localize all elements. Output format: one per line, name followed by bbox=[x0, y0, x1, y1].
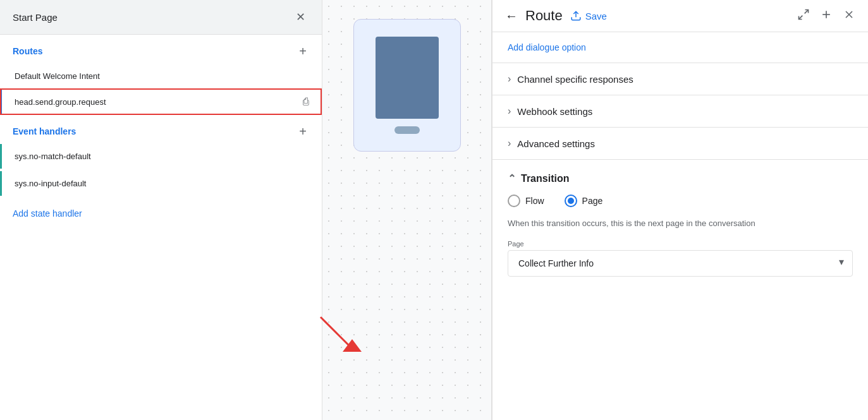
back-button[interactable]: ← bbox=[505, 9, 518, 23]
close-panel-button[interactable]: ✕ bbox=[292, 10, 309, 24]
webhook-settings-title: Webhook settings bbox=[517, 106, 592, 117]
expand-button[interactable] bbox=[820, 8, 833, 24]
header-left-group: ← Route Save bbox=[505, 8, 607, 24]
add-event-button[interactable]: + bbox=[296, 125, 309, 138]
chevron-down-icon: › bbox=[508, 73, 511, 85]
phone-button bbox=[394, 126, 420, 134]
transition-description: When this transition occurs, this is the… bbox=[508, 217, 853, 230]
panel-title: Start Page bbox=[13, 12, 58, 23]
svg-line-4 bbox=[799, 15, 803, 19]
page-radio-label: Page bbox=[582, 196, 603, 206]
page-dropdown[interactable]: Collect Further Info Start Page End Sess… bbox=[508, 250, 853, 277]
advanced-settings-header[interactable]: › Advanced settings bbox=[508, 138, 853, 149]
expand-icon bbox=[820, 8, 833, 21]
event-handlers-section: Event handlers + sys.no-match-default sy… bbox=[0, 125, 322, 196]
phone-card bbox=[353, 19, 461, 152]
panel-header: Start Page ✕ bbox=[0, 0, 322, 35]
page-dropdown-wrapper: Page Collect Further Info Start Page End… bbox=[508, 240, 853, 277]
webhook-settings-section: › Webhook settings bbox=[492, 95, 868, 128]
svg-line-0 bbox=[321, 317, 352, 349]
save-icon bbox=[570, 10, 582, 21]
route-item[interactable]: Default Welcome Intent bbox=[0, 64, 322, 88]
phone-screen bbox=[376, 37, 439, 119]
right-panel-body: Add dialogue option › Channel specific r… bbox=[492, 32, 868, 420]
add-dialogue-option-link[interactable]: Add dialogue option bbox=[508, 42, 586, 52]
left-panel: Start Page ✕ Routes + Default Welcome In… bbox=[0, 0, 322, 420]
transition-section: ⌃ Transition Flow Page When this transit… bbox=[492, 160, 868, 289]
route-item-label: Default Welcome Intent bbox=[15, 71, 100, 81]
chevron-up-icon: ⌃ bbox=[508, 172, 516, 184]
panel-body: Routes + Default Welcome Intent head.sen… bbox=[0, 35, 322, 420]
chevron-down-icon-advanced: › bbox=[508, 138, 511, 149]
page-dropdown-label: Page bbox=[508, 240, 853, 248]
fullscreen-button[interactable] bbox=[797, 8, 810, 24]
event-item-no-input[interactable]: sys.no-input-default bbox=[0, 171, 322, 196]
channel-specific-section: › Channel specific responses bbox=[492, 63, 868, 95]
save-button[interactable]: Save bbox=[570, 10, 607, 21]
right-panel-header: ← Route Save bbox=[492, 0, 868, 32]
svg-line-3 bbox=[805, 9, 809, 13]
channel-specific-title: Channel specific responses bbox=[517, 74, 633, 85]
flow-radio-label: Flow bbox=[525, 196, 544, 206]
header-right-group bbox=[797, 8, 855, 24]
page-radio-circle bbox=[565, 195, 577, 207]
advanced-settings-section: › Advanced settings bbox=[492, 128, 868, 160]
channel-specific-header[interactable]: › Channel specific responses bbox=[508, 73, 853, 85]
route-title: Route bbox=[525, 8, 563, 24]
route-item-selected-label: head.send.group.request bbox=[15, 97, 106, 107]
page-radio-option[interactable]: Page bbox=[565, 195, 603, 207]
flow-radio-circle bbox=[508, 195, 520, 207]
event-item-no-input-label: sys.no-input-default bbox=[15, 179, 86, 188]
transition-title-text: Transition bbox=[521, 173, 569, 184]
event-item-no-match[interactable]: sys.no-match-default bbox=[0, 144, 322, 169]
routes-section-header: Routes + bbox=[0, 45, 322, 64]
right-panel: ← Route Save bbox=[492, 0, 868, 420]
route-item-selected[interactable]: head.send.group.request ⎙ bbox=[0, 88, 322, 115]
save-label: Save bbox=[585, 11, 607, 21]
chevron-down-icon-webhook: › bbox=[508, 105, 511, 117]
close-right-panel-button[interactable] bbox=[843, 8, 855, 24]
add-route-button[interactable]: + bbox=[296, 45, 309, 57]
add-state-handler-link[interactable]: Add state handler bbox=[13, 208, 82, 219]
add-dialogue-section: Add dialogue option bbox=[492, 32, 868, 63]
advanced-settings-title: Advanced settings bbox=[517, 138, 595, 149]
fullscreen-icon bbox=[797, 8, 810, 21]
center-canvas bbox=[322, 0, 491, 420]
arrow-container bbox=[314, 311, 365, 363]
webhook-settings-header[interactable]: › Webhook settings bbox=[508, 105, 853, 117]
close-icon bbox=[843, 8, 855, 21]
redirect-arrow bbox=[314, 311, 365, 361]
routes-label: Routes bbox=[13, 46, 42, 56]
event-item-no-match-label: sys.no-match-default bbox=[15, 152, 91, 161]
transition-radio-group: Flow Page bbox=[508, 195, 853, 207]
event-section-header: Event handlers + bbox=[0, 125, 322, 144]
event-handlers-label: Event handlers bbox=[13, 126, 76, 136]
copy-icon: ⎙ bbox=[303, 96, 309, 107]
flow-radio-option[interactable]: Flow bbox=[508, 195, 544, 207]
transition-header: ⌃ Transition bbox=[508, 172, 853, 184]
